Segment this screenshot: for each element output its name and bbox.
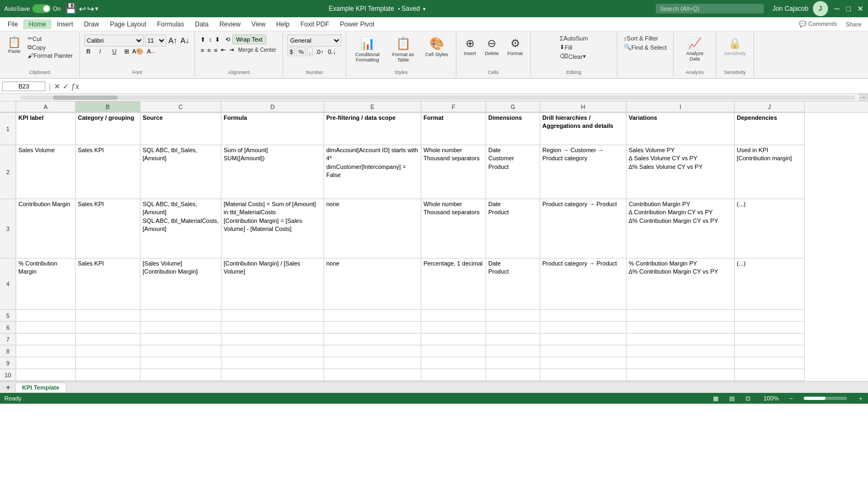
cell-a9[interactable] [16, 357, 76, 369]
italic-btn[interactable]: I [97, 47, 109, 55]
undo-icon[interactable]: ↩ [79, 4, 86, 14]
col-header-g[interactable]: G [486, 101, 540, 112]
cell-h8[interactable] [540, 345, 627, 357]
col-header-c[interactable]: C [140, 101, 221, 112]
copy-button[interactable]: ⧉ Copy [25, 43, 75, 51]
format-as-table-btn[interactable]: 📋 Format as Table [386, 35, 420, 65]
cell-h1[interactable]: Drill hierarchies / Aggregations and det… [540, 113, 627, 145]
row-header-7[interactable]: 7 [0, 334, 16, 345]
cell-c4[interactable]: [Sales Volume] [Contribution Margin] [140, 258, 221, 310]
decrease-font-btn[interactable]: A↓ [179, 36, 190, 45]
number-format-select[interactable]: General [287, 35, 341, 46]
scroll-minus-btn[interactable]: − [859, 94, 868, 101]
cell-j9[interactable] [735, 357, 805, 369]
cell-e1[interactable]: Pre-filtering / data scope [324, 113, 421, 145]
menu-draw[interactable]: Draw [78, 19, 104, 29]
cell-c6[interactable] [140, 322, 221, 334]
sort-filter-btn[interactable]: ↕ Sort & Filter [622, 35, 661, 42]
insert-function-icon[interactable]: ƒx [71, 82, 79, 91]
cell-i3[interactable]: Contribution Margin PY ∆ Contribution Ma… [627, 199, 735, 258]
cell-d7[interactable] [221, 334, 324, 345]
conditional-formatting-btn[interactable]: 📊 Conditional Formatting [351, 35, 384, 65]
cell-j5[interactable] [735, 310, 805, 322]
cut-button[interactable]: ✂ Cut [25, 35, 75, 43]
cell-j6[interactable] [735, 322, 805, 334]
cell-g3[interactable]: Date Product [486, 199, 540, 258]
cell-j1[interactable]: Dependencies [735, 113, 805, 145]
cell-b7[interactable] [76, 334, 140, 345]
align-left-btn[interactable]: ≡ [199, 46, 205, 55]
merge-center-btn[interactable]: Merge & Center [236, 46, 279, 53]
cell-f1[interactable]: Format [421, 113, 486, 145]
increase-font-btn[interactable]: A↑ [167, 36, 178, 45]
cell-g1[interactable]: Dimensions [486, 113, 540, 145]
menu-view[interactable]: View [246, 19, 271, 29]
cell-c7[interactable] [140, 334, 221, 345]
row-header-4[interactable]: 4 [0, 258, 16, 310]
border-btn[interactable]: ⊞ [123, 48, 130, 55]
insert-btn[interactable]: ⊕ Insert [461, 35, 480, 58]
font-family-select[interactable]: Calibri [84, 35, 144, 46]
cell-e8[interactable] [324, 345, 421, 357]
cell-h6[interactable] [540, 322, 627, 334]
cell-j3[interactable]: (...) [735, 199, 805, 258]
col-header-f[interactable]: F [421, 101, 486, 112]
cell-a1[interactable]: KPI label [16, 113, 76, 145]
cell-d2[interactable]: Sum of [Amount] SUM([Amount]) [221, 145, 324, 199]
cell-e3[interactable]: none [324, 199, 421, 258]
format-btn[interactable]: ⚙ Format [504, 35, 526, 58]
cell-reference-box[interactable] [2, 81, 45, 91]
cell-a3[interactable]: Contribution Margin [16, 199, 76, 258]
decrease-indent-btn[interactable]: ⇤ [220, 45, 227, 55]
row-header-9[interactable]: 9 [0, 357, 16, 369]
cell-d1[interactable]: Formula [221, 113, 324, 145]
cell-d10[interactable] [221, 369, 324, 381]
saved-dropdown[interactable]: ▾ [423, 6, 426, 12]
cell-e9[interactable] [324, 357, 421, 369]
row-header-10[interactable]: 10 [0, 369, 16, 381]
cell-a10[interactable] [16, 369, 76, 381]
cell-g9[interactable] [486, 357, 540, 369]
close-btn[interactable]: ✕ [857, 4, 864, 13]
cell-h2[interactable]: Region → Customer → Product category [540, 145, 627, 199]
cell-c10[interactable] [140, 369, 221, 381]
cell-d4[interactable]: [Contribution Margin] / [Sales Volume] [221, 258, 324, 310]
cell-a4[interactable]: % Contribution Margin [16, 258, 76, 310]
bold-btn[interactable]: B [84, 47, 96, 55]
autosum-btn[interactable]: Σ AutoSum [557, 35, 590, 42]
cell-c1[interactable]: Source [140, 113, 221, 145]
menu-formulas[interactable]: Formulas [152, 19, 190, 29]
paste-button[interactable]: 📋 Paste [4, 35, 24, 56]
font-size-select[interactable]: 11 [145, 35, 166, 46]
cell-e7[interactable] [324, 334, 421, 345]
share-btn[interactable]: Share [842, 20, 866, 29]
cell-d3[interactable]: [Material Costs] = Sum of [Amount] in tb… [221, 199, 324, 258]
wrap-text-btn[interactable]: Wrap Text [232, 35, 266, 44]
col-header-b[interactable]: B [76, 101, 140, 112]
cell-c5[interactable] [140, 310, 221, 322]
cell-h9[interactable] [540, 357, 627, 369]
cell-h3[interactable]: Product category → Product [540, 199, 627, 258]
cell-i9[interactable] [627, 357, 735, 369]
row-header-6[interactable]: 6 [0, 322, 16, 334]
align-top-btn[interactable]: ⬆ [199, 35, 206, 44]
redo-icon[interactable]: ↪ [87, 4, 94, 14]
view-normal[interactable]: ▦ [713, 395, 718, 402]
cell-d9[interactable] [221, 357, 324, 369]
zoom-in-btn[interactable]: ＋ [858, 394, 864, 403]
cell-f5[interactable] [421, 310, 486, 322]
cell-h4[interactable]: Product category → Product [540, 258, 627, 310]
cell-g6[interactable] [486, 322, 540, 334]
col-header-e[interactable]: E [324, 101, 421, 112]
find-select-btn[interactable]: 🔍 Find & Select [622, 43, 669, 51]
cell-e6[interactable] [324, 322, 421, 334]
fill-color-btn[interactable]: A🎨 [131, 48, 145, 55]
cell-b4[interactable]: Sales KPI [76, 258, 140, 310]
cell-i8[interactable] [627, 345, 735, 357]
cell-j8[interactable] [735, 345, 805, 357]
cell-e10[interactable] [324, 369, 421, 381]
cell-b2[interactable]: Sales KPI [76, 145, 140, 199]
cell-c9[interactable] [140, 357, 221, 369]
cell-a5[interactable] [16, 310, 76, 322]
confirm-formula-icon[interactable]: ✓ [63, 82, 69, 91]
